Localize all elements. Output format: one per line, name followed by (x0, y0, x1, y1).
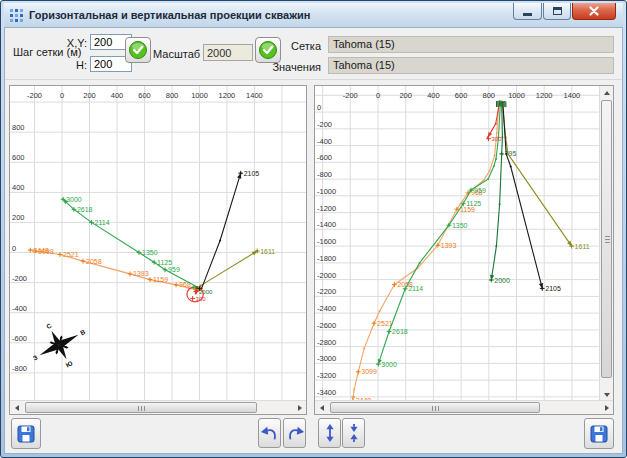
svg-text:-2400: -2400 (317, 304, 336, 313)
svg-text:-200: -200 (12, 274, 27, 283)
grid-font-field[interactable]: Tahoma (15) (328, 36, 614, 53)
svg-text:300: 300 (492, 136, 503, 142)
svg-text:1125: 1125 (466, 200, 481, 207)
scroll-up-button[interactable] (600, 86, 613, 99)
svg-text:2000: 2000 (494, 277, 510, 284)
window-title: Горизонтальная и вертикальная проекции с… (29, 9, 310, 21)
svg-text:1159: 1159 (153, 276, 168, 283)
svg-text:2105: 2105 (545, 285, 561, 292)
scroll-right-button[interactable] (293, 401, 306, 414)
save-left-button[interactable] (11, 418, 41, 449)
svg-text:959: 959 (168, 266, 180, 273)
caption-buttons (512, 3, 616, 20)
svg-text:-1600: -1600 (317, 237, 336, 246)
arrow-down-icon (604, 393, 610, 397)
svg-text:1400: 1400 (246, 91, 263, 100)
svg-text:В: В (79, 328, 87, 337)
svg-text:Ю: Ю (64, 359, 73, 368)
svg-text:600: 600 (455, 91, 468, 100)
svg-text:-600: -600 (317, 153, 332, 162)
grid-icon (9, 8, 23, 22)
svg-text:1611: 1611 (575, 243, 590, 250)
svg-text:-400: -400 (12, 304, 27, 313)
svg-text:1400: 1400 (564, 91, 581, 100)
floppy-disk-icon (589, 424, 609, 444)
values-font-label: Значения (261, 61, 321, 73)
svg-text:600: 600 (12, 153, 25, 162)
svg-text:1611: 1611 (260, 248, 275, 255)
redo-arrow-icon (285, 423, 305, 443)
svg-text:2114: 2114 (408, 285, 423, 292)
svg-text:200: 200 (83, 91, 96, 100)
h-label: Н: (61, 59, 87, 71)
collapse-vertical-icon (344, 423, 364, 443)
svg-text:1393: 1393 (133, 270, 149, 277)
vertical-projection-chart[interactable]: -20002004006008001000120014000-200-400-6… (315, 86, 600, 401)
toolbar: Шаг сетки (м) X,Y: Н: Масштаб 1: Сетка T… (5, 28, 622, 80)
vertical-chart-vscrollbar[interactable] (599, 86, 613, 401)
svg-text:-3400: -3400 (317, 388, 336, 397)
svg-text:1200: 1200 (219, 91, 236, 100)
svg-text:2114: 2114 (95, 219, 110, 226)
horizontal-chart-hscrollbar[interactable] (10, 400, 306, 414)
svg-text:2618: 2618 (392, 328, 408, 335)
svg-text:1000: 1000 (508, 91, 525, 100)
svg-text:200: 200 (399, 91, 412, 100)
svg-text:3448: 3448 (33, 247, 49, 254)
arrow-left-icon (320, 405, 324, 411)
scroll-left-button[interactable] (10, 401, 23, 414)
svg-text:1125: 1125 (157, 259, 172, 266)
horizontal-projection-panel: -200020040060080010001200140080060040020… (9, 85, 307, 415)
collapse-vertical-button[interactable] (342, 418, 365, 448)
hscroll-thumb[interactable] (330, 402, 540, 413)
arrow-right-icon (298, 405, 302, 411)
svg-text:С: С (45, 322, 53, 331)
svg-text:200: 200 (12, 213, 25, 222)
svg-text:2618: 2618 (77, 206, 93, 213)
svg-text:2521: 2521 (63, 251, 79, 258)
close-icon (589, 6, 599, 16)
scale-input[interactable] (203, 44, 253, 61)
vertical-chart-hscrollbar[interactable] (315, 400, 613, 414)
svg-text:800: 800 (483, 91, 496, 100)
svg-text:1000: 1000 (191, 91, 208, 100)
scroll-right-button[interactable] (600, 401, 613, 414)
minimize-icon (523, 13, 532, 16)
svg-text:-200: -200 (27, 91, 42, 100)
app-window: Горизонтальная и вертикальная проекции с… (0, 0, 627, 458)
svg-text:-200: -200 (343, 91, 358, 100)
vscroll-thumb[interactable] (601, 100, 612, 378)
undo-button[interactable] (258, 418, 281, 448)
values-font-field[interactable]: Tahoma (15) (328, 57, 614, 74)
svg-text:800: 800 (12, 123, 25, 132)
hscroll-thumb[interactable] (25, 402, 257, 413)
svg-text:-1400: -1400 (317, 220, 336, 229)
arrow-right-icon (605, 405, 609, 411)
floppy-disk-icon (16, 424, 36, 444)
svg-text:-2800: -2800 (317, 338, 336, 347)
svg-text:1200: 1200 (536, 91, 553, 100)
redo-button[interactable] (283, 418, 306, 448)
horizontal-projection-chart[interactable]: -200020040060080010001200140080060040020… (10, 86, 306, 401)
svg-text:959: 959 (474, 187, 486, 194)
svg-text:0: 0 (376, 91, 380, 100)
svg-text:1350: 1350 (452, 222, 468, 229)
svg-text:-3200: -3200 (317, 371, 336, 380)
svg-text:2058: 2058 (86, 258, 102, 265)
maximize-button[interactable] (543, 3, 571, 20)
svg-text:-1000: -1000 (317, 187, 336, 196)
vertical-projection-panel: -20002004006008001000120014000-200-400-6… (314, 85, 614, 415)
svg-text:-1800: -1800 (317, 254, 336, 263)
svg-text:3099: 3099 (361, 368, 377, 375)
grid-font-label: Сетка (261, 40, 321, 52)
expand-vertical-button[interactable] (318, 418, 341, 448)
svg-text:3000: 3000 (66, 196, 82, 203)
minimize-button[interactable] (513, 3, 542, 20)
save-right-button[interactable] (584, 418, 614, 449)
svg-text:-800: -800 (317, 170, 332, 179)
apply-grid-step-button[interactable] (125, 37, 151, 63)
scroll-left-button[interactable] (315, 401, 328, 414)
svg-text:2521: 2521 (377, 320, 393, 327)
close-button[interactable] (572, 3, 616, 20)
svg-text:1350: 1350 (142, 249, 158, 256)
